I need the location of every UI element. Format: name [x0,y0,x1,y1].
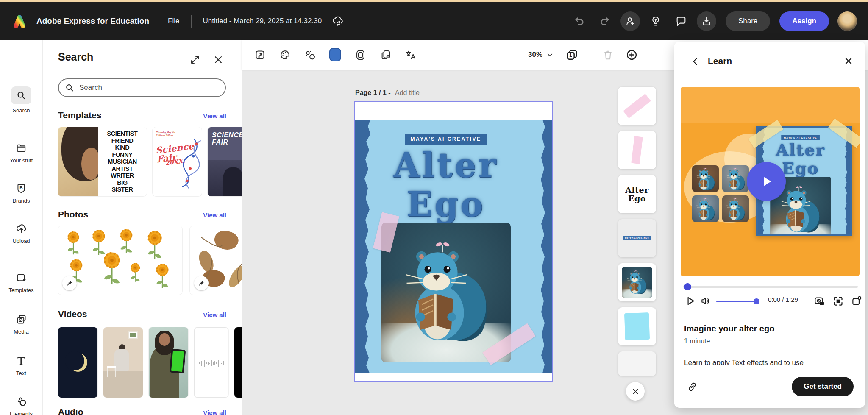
photo-thumb-dried-flowers[interactable] [190,226,242,295]
duplicate-page-icon[interactable]: 1 [565,48,578,61]
sidebar-item-templates[interactable]: Templates [0,271,42,293]
videos-view-all-link[interactable]: View all [203,311,226,318]
topbar: Adobe Express for Education File Untitle… [0,2,868,40]
sidebar-item-elements[interactable]: Elements [0,395,42,415]
search-panel: Search Templates View all SCIENTIST FRIE… [43,40,242,415]
sidebar-item-label: Elements [0,411,42,415]
layer-thumb-badge[interactable]: MAYA'S AI CREATIVE [618,219,656,257]
otter-illustration[interactable] [381,223,511,362]
video-duration: 1 minute [684,337,710,345]
translate-icon[interactable] [405,49,416,61]
palette-icon[interactable] [279,49,291,61]
sidebar-item-media[interactable]: Media [0,313,42,335]
learn-panel-footer: Get started [674,365,865,408]
captions-icon[interactable]: cc [814,295,825,307]
assign-button[interactable]: Assign [779,11,829,31]
fullscreen-icon[interactable] [832,295,844,307]
text-icon [16,355,27,366]
video-thumb-waveform[interactable] [194,327,228,398]
animate-icon[interactable] [304,49,316,61]
sidebar-item-label: Your stuff [0,157,42,164]
close-layer-strip-button[interactable] [626,382,645,401]
cloud-sync-icon[interactable] [331,15,344,28]
photos-section-header: Photos View all [58,209,226,220]
expand-icon[interactable] [189,53,201,66]
add-page-icon[interactable] [626,49,638,61]
video-progress-bar[interactable] [683,286,858,288]
learn-panel: Learn MAYA'S AI CREATIVE Alter Ego [674,42,865,408]
sidebar-item-brands[interactable]: B Brands [0,182,42,204]
video-thumb-black[interactable] [234,327,242,398]
redo-icon[interactable] [595,11,615,31]
sidebar-item-search[interactable]: Search [0,86,42,114]
download-icon[interactable] [697,11,716,31]
trash-icon[interactable] [602,49,614,61]
poster-artboard[interactable]: MAYA'S AI CREATIVE Alter Ego [355,120,552,373]
toolbar-divider [590,47,590,62]
link-icon[interactable] [687,381,698,393]
close-icon[interactable] [212,53,225,66]
invite-icon[interactable] [620,11,640,31]
sidebar-item-text[interactable]: Text [0,354,42,376]
layer-thumb-tape-vertical[interactable] [618,131,656,169]
templates-icon [16,272,27,284]
rail-divider [9,259,33,259]
sidebar-item-upload[interactable]: Upload [0,222,42,244]
layer-thumb-tape-diagonal[interactable] [618,87,656,125]
background-color-swatch[interactable] [329,48,341,61]
volume-slider[interactable] [716,301,759,302]
layer-thumb-title-text[interactable]: Alter Ego [618,175,656,213]
layer-thumb-otter[interactable] [618,263,656,301]
design-page[interactable]: MAYA'S AI CREATIVE Alter Ego [355,102,552,381]
search-icon [16,90,26,100]
media-icon [16,314,27,325]
pages-icon[interactable] [380,49,391,61]
play-icon[interactable] [685,295,696,306]
video-thumb-moon[interactable] [58,327,97,398]
resize-icon[interactable] [254,49,266,61]
video-thumb-greenscreen-phone[interactable] [149,327,188,398]
volume-icon[interactable] [700,295,711,306]
layer-strip: Alter Ego MAYA'S AI CREATIVE [618,87,656,376]
close-icon[interactable] [843,56,854,66]
page-number: Page 1 / 1 - [355,89,391,96]
play-button[interactable] [747,162,786,201]
page-title-placeholder[interactable]: Add title [395,89,420,96]
photo-thumb-marigolds[interactable] [58,226,182,295]
templates-section-header: Templates View all [58,110,226,120]
document-title[interactable]: Untitled - March 29, 2025 at 14.32.30 [203,17,322,25]
avatar[interactable] [837,11,857,31]
video-thumb-room[interactable] [103,327,143,398]
audio-view-all-link[interactable]: View all [203,409,226,415]
comment-icon[interactable] [671,11,691,31]
poster-badge[interactable]: MAYA'S AI CREATIVE [405,134,487,145]
sidebar-item-label: Brands [0,198,42,204]
file-menu[interactable]: File [168,17,179,25]
frame-icon[interactable] [355,49,366,61]
svg-text:B: B [19,186,22,190]
get-started-button[interactable]: Get started [792,377,854,396]
share-video-icon[interactable] [851,295,862,306]
layer-thumb-cyan-shape[interactable] [618,307,656,345]
template-thumb-science-fair[interactable]: Thursday, May 5th 2:00pm - 5:00pm Scienc… [153,127,202,196]
photos-view-all-link[interactable]: View all [203,212,226,219]
page-label[interactable]: Page 1 / 1 - Add title [355,89,420,97]
zoom-control[interactable]: 30% [528,50,554,59]
undo-icon[interactable] [570,11,589,31]
progress-scrubber[interactable] [684,283,691,290]
templates-view-all-link[interactable]: View all [203,112,226,120]
chevron-down-icon [546,51,554,58]
search-input-wrap [58,78,226,97]
share-button[interactable]: Share [726,11,770,31]
adobe-express-app: Adobe Express for Education File Untitle… [0,0,868,415]
search-input[interactable] [78,83,219,92]
template-thumb-science-fair-dark[interactable]: SCIENCE FAIR [208,127,242,196]
layer-thumb-partial[interactable] [618,351,656,376]
sidebar-item-your-stuff[interactable]: Your stuff [0,142,42,164]
tutorial-video-player[interactable]: MAYA'S AI CREATIVE Alter Ego [681,87,860,276]
upload-icon [16,223,27,234]
lightbulb-icon[interactable] [646,11,665,31]
adobe-express-logo[interactable] [11,13,28,30]
template-thumb-identity[interactable]: SCIENTIST FRIEND KIND FUNNY MUSICIAN ART… [58,127,147,196]
back-icon[interactable] [691,57,700,66]
